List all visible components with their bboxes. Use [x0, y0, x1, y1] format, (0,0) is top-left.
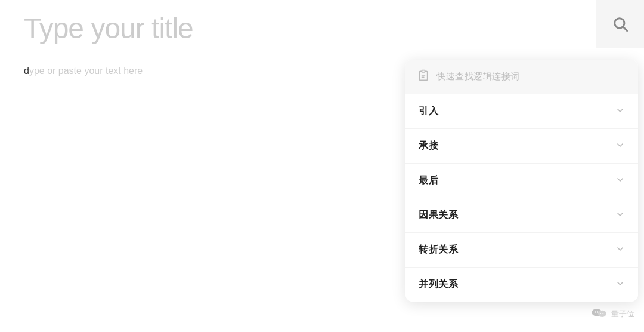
svg-point-9: [600, 313, 601, 314]
chevron-down-icon: [615, 244, 625, 256]
panel-search-bar[interactable]: 快速查找逻辑连接词: [405, 60, 638, 94]
connector-panel: 快速查找逻辑连接词 引入承接最后因果关系转折关系并列关系: [405, 60, 638, 302]
category-label-zhuanzhe: 转折关系: [419, 244, 458, 256]
category-item-zuihou[interactable]: 最后: [405, 164, 638, 198]
cursor-char: d: [24, 66, 29, 76]
title-placeholder: Type your title: [24, 13, 193, 44]
svg-point-10: [602, 313, 603, 314]
category-item-chengjie[interactable]: 承接: [405, 129, 638, 164]
chevron-down-icon: [615, 175, 625, 186]
clipboard-icon: [417, 69, 429, 84]
panel-search-placeholder: 快速查找逻辑连接词: [436, 71, 520, 82]
search-button[interactable]: [596, 0, 644, 48]
category-item-binglie[interactable]: 并列关系: [405, 268, 638, 302]
watermark: 量子位: [591, 306, 634, 322]
chevron-down-icon: [615, 210, 625, 221]
category-item-yiru[interactable]: 引入: [405, 94, 638, 129]
chevron-down-icon: [615, 106, 625, 117]
svg-point-7: [595, 311, 596, 313]
category-label-chengjie: 承接: [419, 140, 438, 152]
watermark-text: 量子位: [611, 309, 634, 319]
svg-point-8: [597, 311, 599, 313]
editor-area: Type your title dype or paste your text …: [0, 0, 644, 332]
chevron-down-icon: [615, 279, 625, 290]
category-item-yinguogx[interactable]: 因果关系: [405, 198, 638, 233]
category-label-zuihou: 最后: [419, 174, 438, 187]
category-label-yinguogx: 因果关系: [419, 209, 458, 222]
svg-line-1: [623, 27, 627, 30]
svg-rect-2: [422, 70, 425, 72]
chevron-down-icon: [615, 140, 625, 152]
svg-point-6: [598, 311, 606, 317]
body-placeholder: ype or paste your text here: [29, 66, 143, 76]
search-icon: [612, 16, 628, 32]
body-area[interactable]: dype or paste your text here: [24, 66, 143, 76]
title-input[interactable]: Type your title: [24, 12, 382, 45]
wechat-icon: [591, 306, 608, 322]
category-label-binglie: 并列关系: [419, 278, 458, 291]
category-item-zhuanzhe[interactable]: 转折关系: [405, 233, 638, 268]
category-list: 引入承接最后因果关系转折关系并列关系: [405, 94, 638, 302]
category-label-yiru: 引入: [419, 105, 438, 118]
